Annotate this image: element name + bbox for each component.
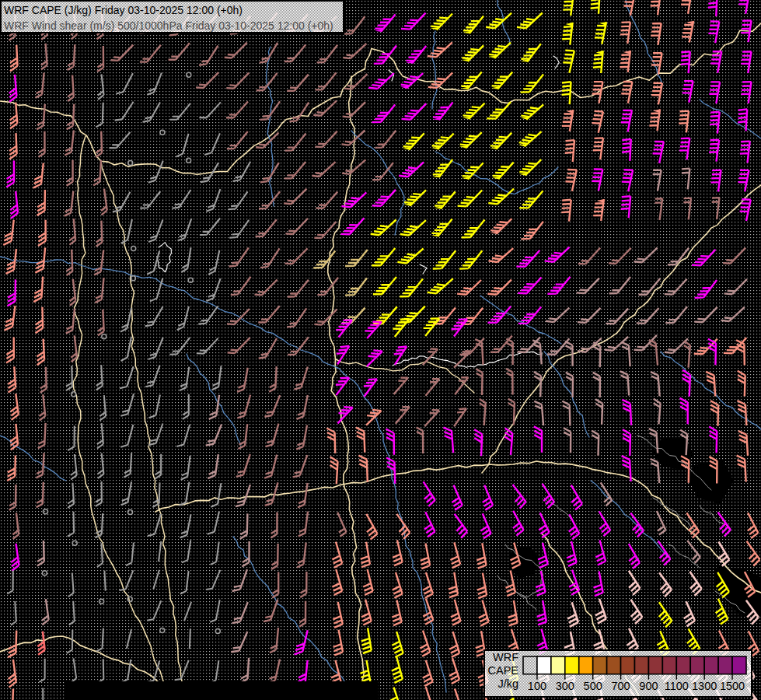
svg-text:WRF Wind shear (m/s) 500/1000h: WRF Wind shear (m/s) 500/1000hPa Friday …: [4, 19, 333, 32]
svg-text:100: 100: [528, 680, 546, 692]
svg-text:500: 500: [584, 680, 602, 692]
svg-text:300: 300: [556, 680, 574, 692]
svg-text:1500: 1500: [720, 680, 745, 692]
svg-text:700: 700: [611, 680, 630, 692]
svg-text:WRF: WRF: [493, 651, 518, 663]
svg-text:900: 900: [639, 680, 658, 692]
svg-text:1300: 1300: [692, 680, 717, 692]
svg-text:J/kg: J/kg: [497, 677, 518, 690]
svg-text:1100: 1100: [665, 680, 689, 692]
svg-text:CAPE: CAPE: [488, 664, 519, 677]
svg-text:WRF CAPE (J/kg) Friday 03-10-2: WRF CAPE (J/kg) Friday 03-10-2025 12:00 …: [4, 4, 243, 16]
